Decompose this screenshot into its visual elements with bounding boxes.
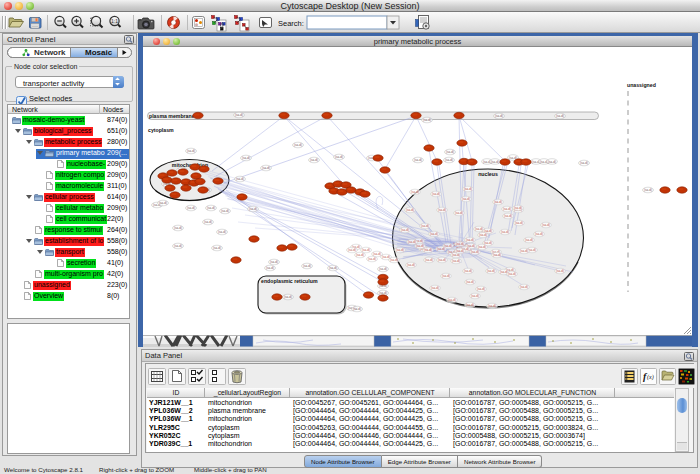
svg-text:(sa-d): (sa-d): [242, 156, 250, 160]
svg-text:(sa-d): (sa-d): [174, 226, 182, 230]
svg-text:(sa-d): (sa-d): [221, 209, 229, 213]
svg-text:(sa-d): (sa-d): [390, 258, 398, 262]
svg-text:(sa-d): (sa-d): [270, 260, 278, 264]
svg-text:(sa-d): (sa-d): [466, 303, 474, 307]
svg-text:(sa-d): (sa-d): [204, 220, 212, 224]
svg-text:(sa-d): (sa-d): [494, 200, 502, 204]
svg-text:plasma membrane: plasma membrane: [149, 113, 195, 119]
svg-text:(sa-d): (sa-d): [335, 155, 343, 159]
svg-text:(sa-d): (sa-d): [515, 221, 523, 225]
svg-text:(sa-d): (sa-d): [556, 114, 564, 118]
svg-text:(sa-d): (sa-d): [396, 248, 404, 252]
svg-text:(sa-d): (sa-d): [514, 206, 522, 210]
svg-text:(sa-d): (sa-d): [235, 113, 243, 117]
svg-text:(sa-d): (sa-d): [446, 150, 454, 154]
svg-text:(sa-d): (sa-d): [159, 201, 167, 205]
svg-text:(sa-d): (sa-d): [580, 161, 588, 165]
svg-text:(sa-d): (sa-d): [448, 298, 456, 302]
svg-text:(sa-d): (sa-d): [207, 206, 215, 210]
svg-text:(sa-d): (sa-d): [471, 250, 479, 254]
svg-text:(sa-d): (sa-d): [329, 266, 337, 270]
svg-text:(sa-d): (sa-d): [421, 224, 429, 228]
svg-text:(sa-d): (sa-d): [509, 156, 517, 160]
svg-text:(sa-d): (sa-d): [542, 223, 550, 227]
svg-text:(sa-d): (sa-d): [487, 269, 495, 273]
svg-text:(sa-d): (sa-d): [431, 286, 439, 290]
svg-text:(sa-d): (sa-d): [456, 249, 464, 253]
svg-text:(sa-d): (sa-d): [437, 247, 445, 251]
svg-text:(sa-d): (sa-d): [442, 274, 450, 278]
svg-text:(sa-d): (sa-d): [464, 187, 472, 191]
svg-text:(sa-d): (sa-d): [478, 245, 486, 249]
svg-text:(sa-d): (sa-d): [491, 160, 499, 164]
svg-text:(sa-d): (sa-d): [414, 158, 422, 162]
svg-text:(x): (x): [647, 374, 654, 381]
svg-text:(sa-d): (sa-d): [266, 266, 274, 270]
svg-text:(sa-d): (sa-d): [503, 207, 511, 211]
svg-text:(sa-d): (sa-d): [174, 244, 182, 248]
svg-text:(sa-d): (sa-d): [438, 208, 446, 212]
svg-text:cytoplasm: cytoplasm: [148, 127, 174, 133]
svg-text:(sa-d): (sa-d): [379, 267, 387, 271]
svg-text:(sa-d): (sa-d): [425, 258, 433, 262]
svg-text:(sa-d): (sa-d): [303, 264, 311, 268]
svg-text:(sa-d): (sa-d): [462, 197, 470, 201]
svg-text:(sa-d): (sa-d): [471, 294, 479, 298]
svg-text:(sa-d): (sa-d): [508, 272, 516, 276]
svg-text:(sa-d): (sa-d): [466, 238, 474, 242]
svg-text:(sa-d): (sa-d): [187, 206, 195, 210]
svg-text:(sa-d): (sa-d): [424, 248, 432, 252]
svg-text:(sa-d): (sa-d): [548, 160, 556, 164]
svg-text:(sa-d): (sa-d): [456, 242, 464, 246]
svg-text:(sa-d): (sa-d): [416, 244, 424, 248]
svg-text:(sa-d): (sa-d): [373, 252, 381, 256]
svg-text:(sa-d): (sa-d): [535, 232, 543, 236]
svg-text:(sa-d): (sa-d): [495, 114, 503, 118]
svg-text:(sa-d): (sa-d): [408, 240, 416, 244]
svg-text:(sa-d): (sa-d): [236, 177, 244, 181]
svg-text:(sa-d): (sa-d): [452, 259, 460, 263]
svg-text:(sa-d): (sa-d): [493, 253, 501, 257]
svg-text:(sa-d): (sa-d): [477, 287, 485, 291]
svg-text:(sa-d): (sa-d): [556, 269, 564, 273]
svg-text:(sa-d): (sa-d): [466, 280, 474, 284]
svg-text:(sa-d): (sa-d): [218, 230, 226, 234]
svg-text:(sa-d): (sa-d): [504, 214, 512, 218]
svg-text:(sa-d): (sa-d): [430, 232, 438, 236]
svg-text:(sa-d): (sa-d): [310, 158, 318, 162]
svg-text:(sa-d): (sa-d): [353, 307, 361, 311]
svg-text:(sa-d): (sa-d): [187, 149, 195, 153]
svg-text:(sa-d): (sa-d): [455, 211, 463, 215]
svg-text:(sa-d): (sa-d): [488, 304, 496, 308]
svg-text:(sa-d): (sa-d): [520, 249, 528, 253]
svg-text:(sa-d): (sa-d): [249, 207, 257, 211]
svg-text:(sa-d): (sa-d): [445, 158, 453, 162]
svg-text:(sa-d): (sa-d): [520, 285, 528, 289]
svg-text:nucleus: nucleus: [478, 171, 498, 177]
svg-text:(sa-d): (sa-d): [356, 253, 364, 257]
svg-text:(sa-d): (sa-d): [644, 188, 652, 192]
svg-text:(sa-d): (sa-d): [411, 190, 419, 194]
svg-text:(sa-d): (sa-d): [406, 208, 414, 212]
svg-text:(sa-d): (sa-d): [348, 248, 356, 252]
svg-text:1:1: 1:1: [111, 18, 118, 24]
svg-text:(sa-d): (sa-d): [475, 227, 483, 231]
svg-text:(sa-d): (sa-d): [368, 257, 376, 261]
svg-text:(sa-d): (sa-d): [525, 238, 533, 242]
svg-text:(sa-d): (sa-d): [432, 192, 440, 196]
svg-text:unassigned: unassigned: [627, 82, 656, 88]
svg-text:(sa-d): (sa-d): [423, 118, 431, 122]
svg-text:Search:: Search:: [278, 19, 304, 28]
svg-text:(sa-d): (sa-d): [479, 233, 487, 237]
svg-text:(sa-d): (sa-d): [262, 166, 270, 170]
svg-text:(sa-d): (sa-d): [362, 248, 370, 252]
svg-text:(sa-d): (sa-d): [284, 295, 292, 299]
svg-text:(sa-d): (sa-d): [438, 258, 446, 262]
svg-text:(sa-d): (sa-d): [401, 228, 409, 232]
svg-text:(sa-d): (sa-d): [407, 263, 415, 267]
svg-text:(sa-d): (sa-d): [464, 269, 472, 273]
svg-text:(sa-d): (sa-d): [501, 230, 509, 234]
svg-text:endoplasmic reticulum: endoplasmic reticulum: [261, 278, 318, 284]
svg-text:(sa-d): (sa-d): [294, 143, 302, 147]
svg-text:(sa-d): (sa-d): [213, 246, 221, 250]
